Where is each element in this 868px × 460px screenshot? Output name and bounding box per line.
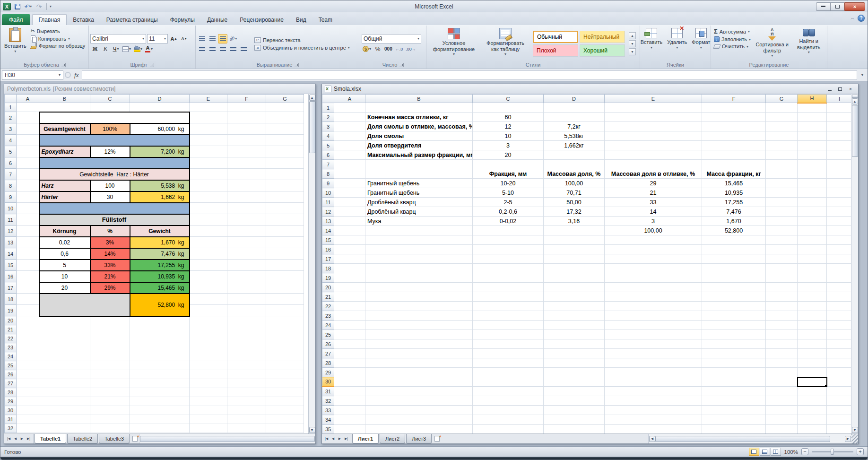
cell-G31[interactable] [266, 415, 304, 424]
increase-indent-button[interactable] [239, 44, 248, 54]
cell-F16[interactable] [227, 271, 266, 282]
formula-input[interactable] [82, 70, 857, 80]
cell-D14[interactable]: 7,476 kg [130, 248, 190, 260]
row-header-29[interactable]: 29 [5, 397, 17, 406]
name-box[interactable]: H30▾ [2, 70, 63, 80]
cell-F24[interactable] [702, 321, 766, 330]
row-header-24[interactable]: 24 [5, 352, 17, 361]
cell-D11[interactable]: 50,00 [544, 198, 605, 207]
cell-F30[interactable] [702, 377, 766, 387]
row-header-19[interactable]: 19 [5, 305, 17, 316]
cell-B25[interactable] [39, 361, 90, 370]
cell-A32[interactable] [334, 396, 365, 406]
cell-F23[interactable] [702, 311, 766, 321]
sheet-tab-Лист3[interactable]: Лист3 [406, 434, 432, 443]
cell-F18[interactable] [702, 264, 766, 273]
cell-B4[interactable] [39, 135, 190, 146]
column-header-E[interactable]: E [190, 95, 227, 103]
paste-button[interactable]: Вставить▾ [2, 26, 28, 61]
cell-C17[interactable]: 29% [90, 282, 130, 294]
cell-A23[interactable] [334, 311, 365, 321]
cell-A22[interactable] [17, 334, 39, 343]
cell-D23[interactable] [544, 311, 605, 321]
cell-A1[interactable] [17, 103, 39, 112]
increase-decimal-button[interactable]: ←.0 [394, 44, 404, 54]
cell-H31[interactable] [798, 387, 827, 396]
cell-E6[interactable] [190, 157, 227, 169]
cell-B29[interactable] [365, 368, 473, 377]
number-format-combo[interactable]: Общий▾ [362, 34, 421, 43]
cell-C16[interactable] [473, 245, 544, 254]
grow-font-button[interactable]: A▴ [169, 34, 178, 43]
cell-I32[interactable] [827, 396, 851, 406]
cell-G6[interactable] [766, 150, 798, 160]
decrease-indent-button[interactable] [228, 44, 238, 54]
cell-E10[interactable] [190, 203, 227, 214]
cell-D28[interactable] [544, 358, 605, 368]
cell-F15[interactable] [227, 260, 266, 271]
merge-center-button[interactable]: aОбъединить и поместить в центре▾ [253, 44, 351, 51]
cell-E2[interactable] [190, 112, 227, 123]
cell-D25[interactable] [544, 330, 605, 339]
cell-H8[interactable] [798, 169, 827, 179]
cell-G13[interactable] [266, 237, 304, 248]
cell-C22[interactable] [473, 302, 544, 311]
row-header-1[interactable]: 1 [5, 103, 17, 112]
cell-F28[interactable] [702, 358, 766, 368]
cell-G33[interactable] [766, 406, 798, 415]
cell-E23[interactable] [605, 311, 702, 321]
minimize-button[interactable] [816, 2, 830, 11]
cell-E35[interactable] [605, 425, 702, 434]
cell-D19[interactable] [544, 273, 605, 283]
cell-F19[interactable] [227, 305, 266, 316]
cell-G13[interactable] [766, 217, 798, 226]
cell-E17[interactable] [190, 282, 227, 294]
row-header-33[interactable]: 33 [322, 406, 334, 415]
sheet-tab-Лист1[interactable]: Лист1 [352, 434, 379, 443]
cell-D32[interactable] [544, 396, 605, 406]
cell-E22[interactable] [190, 334, 227, 343]
cell-F7[interactable] [227, 169, 266, 180]
smola-titlebar[interactable]: Smola.xlsx × [322, 84, 858, 94]
cell-B11[interactable]: Füllstoff [39, 214, 190, 226]
cell-E24[interactable] [605, 321, 702, 330]
cell-B21[interactable] [365, 292, 473, 302]
active-cell-H30[interactable] [798, 377, 827, 387]
cell-H1[interactable] [798, 103, 827, 113]
cell-G15[interactable] [266, 260, 304, 271]
cell-H27[interactable] [798, 349, 827, 358]
cell-D31[interactable] [544, 387, 605, 396]
first-sheet-icon[interactable]: |◀ [6, 436, 12, 442]
cell-E30[interactable] [605, 377, 702, 387]
cell-A4[interactable] [17, 135, 39, 146]
cell-style-Плохой[interactable]: Плохой [533, 44, 578, 57]
cell-D1[interactable] [544, 103, 605, 113]
cell-G5[interactable] [766, 141, 798, 150]
cell-D30[interactable] [130, 406, 190, 415]
cell-C5[interactable]: 12% [90, 146, 130, 157]
cell-C26[interactable] [473, 339, 544, 349]
row-header-32[interactable]: 32 [5, 424, 17, 433]
cell-F9[interactable]: 15,465 [702, 179, 766, 188]
cell-D4[interactable]: 5,538кг [544, 131, 605, 141]
cell-A31[interactable] [17, 415, 39, 424]
cell-A2[interactable] [334, 113, 365, 122]
cell-C34[interactable] [473, 415, 544, 425]
cell-H21[interactable] [798, 292, 827, 302]
column-header-H[interactable]: H [798, 95, 827, 103]
cell-I19[interactable] [827, 273, 851, 283]
cell-B30[interactable] [39, 406, 90, 415]
cell-H11[interactable] [798, 198, 827, 207]
cut-button[interactable]: ✂Вырезать [29, 27, 87, 35]
cell-C23[interactable] [473, 311, 544, 321]
cell-I4[interactable] [827, 131, 851, 141]
cell-A17[interactable] [334, 254, 365, 264]
row-header-11[interactable]: 11 [322, 198, 334, 207]
cell-A10[interactable] [17, 203, 39, 214]
cell-D29[interactable] [544, 368, 605, 377]
cell-F22[interactable] [702, 302, 766, 311]
cell-C27[interactable] [473, 349, 544, 358]
cell-E26[interactable] [190, 370, 227, 379]
zoom-level[interactable]: 100% [784, 449, 798, 455]
cell-E10[interactable]: 21 [605, 188, 702, 198]
